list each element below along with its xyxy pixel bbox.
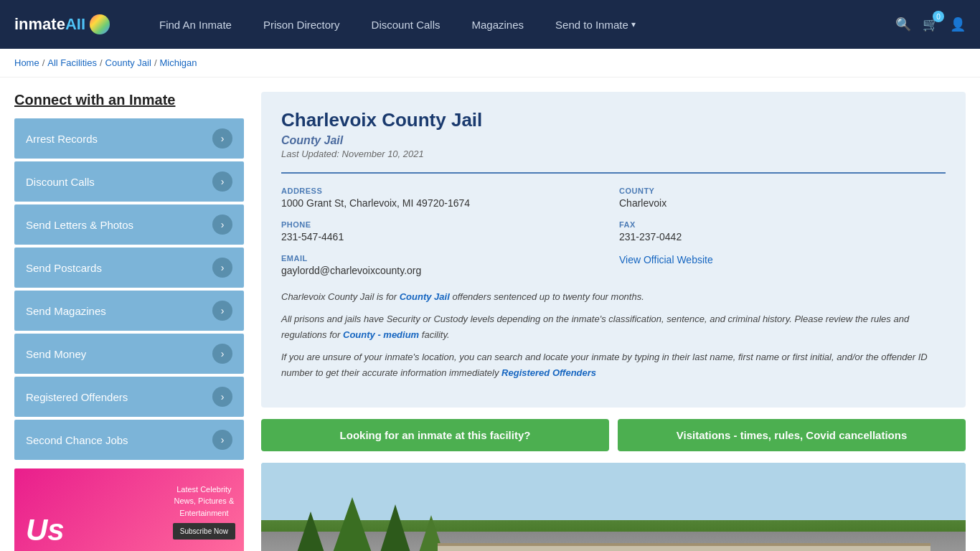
main-nav: Find An Inmate Prison Directory Discount… [143, 0, 867, 49]
county-label: COUNTY [619, 187, 946, 195]
sidebar-label-discount-calls: Discount Calls [26, 176, 95, 188]
county-medium-link[interactable]: County - medium [343, 329, 419, 340]
sidebar-arrow-send-letters: › [212, 215, 232, 235]
info-email: EMAIL gaylordd@charlevoixcounty.org [281, 254, 608, 276]
sidebar-label-send-postcards: Send Postcards [26, 262, 102, 274]
website-link[interactable]: View Official Website [619, 254, 713, 265]
sidebar-item-send-letters[interactable]: Send Letters & Photos › [14, 204, 244, 245]
registered-offenders-link[interactable]: Registered Offenders [501, 367, 596, 378]
logo-text: inmateAII [14, 15, 85, 34]
site-logo[interactable]: inmateAII [14, 14, 115, 34]
info-county: COUNTY Charlevoix [619, 187, 946, 209]
sidebar-label-send-magazines: Send Magazines [26, 305, 106, 317]
breadcrumb-sep-3: / [154, 57, 157, 68]
sidebar-label-send-letters: Send Letters & Photos [26, 219, 133, 231]
breadcrumb-all-facilities[interactable]: All Facilities [47, 57, 97, 68]
visitations-button[interactable]: Visitations - times, rules, Covid cancel… [618, 419, 966, 451]
desc-p3: If you are unsure of your inmate's locat… [281, 349, 946, 380]
county-jail-link[interactable]: County Jail [400, 291, 450, 302]
facility-last-updated: Last Updated: November 10, 2021 [281, 149, 946, 159]
sidebar-item-second-chance-jobs[interactable]: Second Chance Jobs › [14, 420, 244, 460]
facility-card: Charlevoix County Jail County Jail Last … [261, 92, 966, 408]
facility-description: Charlevoix County Jail is for County Jai… [281, 289, 946, 380]
email-value: gaylordd@charlevoixcounty.org [281, 265, 608, 276]
logo-icon [90, 14, 110, 34]
ad-text: Latest Celebrity News, Pictures & Entert… [173, 484, 235, 540]
desc-p2: All prisons and jails have Security or C… [281, 311, 946, 342]
search-icon[interactable]: 🔍 [895, 17, 911, 32]
address-label: ADDRESS [281, 187, 608, 195]
sidebar-arrow-second-chance-jobs: › [212, 430, 232, 450]
image-trees [296, 497, 444, 551]
info-website: View Official Website [619, 254, 946, 276]
sidebar-arrow-send-postcards: › [212, 258, 232, 278]
sidebar-arrow-send-magazines: › [212, 301, 232, 321]
facility-title: Charlevoix County Jail [281, 109, 946, 131]
sidebar-title: Connect with an Inmate [14, 92, 244, 108]
breadcrumb-sep-1: / [42, 57, 45, 68]
phone-label: PHONE [281, 220, 608, 229]
cart-icon[interactable]: 🛒 0 [923, 17, 938, 32]
nav-find-inmate[interactable]: Find An Inmate [143, 0, 248, 49]
address-value: 1000 Grant St, Charlevoix, MI 49720-1674 [281, 197, 608, 209]
tree-3 [380, 504, 411, 551]
breadcrumb-home[interactable]: Home [14, 57, 39, 68]
fax-value: 231-237-0442 [619, 231, 946, 242]
desc-p1: Charlevoix County Jail is for County Jai… [281, 289, 946, 304]
looking-for-inmate-button[interactable]: Looking for an inmate at this facility? [261, 419, 609, 451]
phone-value: 231-547-4461 [281, 231, 608, 242]
sidebar-item-registered-offenders[interactable]: Registered Offenders › [14, 377, 244, 417]
image-building [438, 543, 930, 551]
action-buttons: Looking for an inmate at this facility? … [261, 419, 966, 451]
sidebar-arrow-registered-offenders: › [212, 387, 232, 407]
nav-send-to-inmate[interactable]: Send to Inmate ▾ [540, 0, 651, 49]
facility-info-grid: ADDRESS 1000 Grant St, Charlevoix, MI 49… [281, 187, 946, 276]
sidebar-item-send-magazines[interactable]: Send Magazines › [14, 291, 244, 331]
facility-section: Charlevoix County Jail County Jail Last … [261, 92, 966, 551]
sidebar-arrow-send-money: › [212, 344, 232, 364]
info-fax: FAX 231-237-0442 [619, 220, 946, 242]
main-header: inmateAII Find An Inmate Prison Director… [0, 0, 980, 49]
sidebar-item-send-postcards[interactable]: Send Postcards › [14, 248, 244, 288]
ad-subscribe-button[interactable]: Subscribe Now [173, 523, 235, 540]
nav-magazines[interactable]: Magazines [456, 0, 540, 49]
main-content: Connect with an Inmate Arrest Records › … [0, 77, 980, 551]
sidebar-label-registered-offenders: Registered Offenders [26, 391, 128, 403]
ad-banner[interactable]: Us Latest Celebrity News, Pictures & Ent… [14, 468, 244, 551]
nav-discount-calls[interactable]: Discount Calls [356, 0, 456, 49]
email-label: EMAIL [281, 254, 608, 263]
sidebar-label-second-chance-jobs: Second Chance Jobs [26, 434, 128, 446]
county-value: Charlevoix [619, 197, 946, 209]
breadcrumb: Home / All Facilities / County Jail / Mi… [14, 57, 966, 68]
sidebar-label-arrest-records: Arrest Records [26, 133, 98, 145]
sidebar-arrow-arrest-records: › [212, 128, 232, 149]
breadcrumb-bar: Home / All Facilities / County Jail / Mi… [0, 49, 980, 77]
sidebar-item-arrest-records[interactable]: Arrest Records › [14, 118, 244, 159]
ad-logo: Us [26, 513, 65, 547]
tree-1 [296, 512, 325, 551]
user-icon[interactable]: 👤 [950, 17, 966, 32]
info-phone: PHONE 231-547-4461 [281, 220, 608, 242]
tree-2 [332, 497, 372, 551]
facility-type: County Jail [281, 134, 946, 147]
info-address: ADDRESS 1000 Grant St, Charlevoix, MI 49… [281, 187, 608, 209]
breadcrumb-sep-2: / [100, 57, 103, 68]
sidebar-arrow-discount-calls: › [212, 171, 232, 192]
breadcrumb-state[interactable]: Michigan [160, 57, 197, 68]
dropdown-arrow-icon: ▾ [631, 19, 636, 29]
sidebar-item-send-money[interactable]: Send Money › [14, 334, 244, 374]
facility-image [261, 463, 966, 551]
header-icons: 🔍 🛒 0 👤 [895, 17, 966, 32]
fax-label: FAX [619, 220, 946, 229]
sidebar-menu: Arrest Records › Discount Calls › Send L… [14, 118, 244, 460]
cart-badge: 0 [933, 11, 944, 22]
sidebar: Connect with an Inmate Arrest Records › … [14, 92, 244, 551]
breadcrumb-county-jail[interactable]: County Jail [105, 57, 151, 68]
sidebar-item-discount-calls[interactable]: Discount Calls › [14, 161, 244, 202]
nav-prison-directory[interactable]: Prison Directory [248, 0, 356, 49]
sidebar-label-send-money: Send Money [26, 348, 86, 360]
facility-divider [281, 172, 946, 174]
